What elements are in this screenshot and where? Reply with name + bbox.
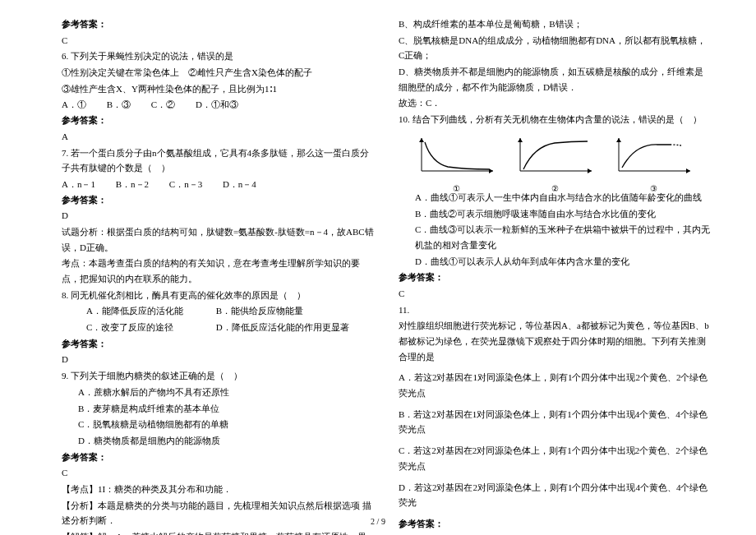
chart-3-label: ③ [612, 182, 694, 196]
q7-a: A．n－1 [62, 179, 95, 189]
q6-d: D．①和③ [196, 99, 238, 109]
q6-a: A．① [62, 99, 86, 109]
q11-head: 11. [399, 302, 711, 318]
svg-marker-1 [489, 168, 493, 173]
answer-heading: 参考答案： [62, 16, 374, 32]
curve-3-icon [612, 134, 694, 175]
q11-a: A．若这2对基因在1对同源染色体上，则有1个四分体中出现2个黄色、2个绿色荧光点 [399, 370, 711, 400]
q9-stem: 9. 下列关于细胞内糖类的叙述正确的是（ ） [62, 368, 374, 384]
q9-kaodian: 【考点】1I：糖类的种类及其分布和功能． [62, 482, 374, 497]
q8-stem: 8. 同无机催化剂相比，酶具有更高的催化效率的原因是（ ） [62, 288, 374, 303]
q11-c: C．若这2对基因在2对同源染色体上，则有1个四分体中出现2个黄色、2个绿色荧光点 [399, 443, 711, 473]
q8-c: C．改变了反应的途径 [86, 320, 214, 335]
r-d: D、糖类物质并不都是细胞内的能源物质，如五碳糖是核酸的成分，纤维素是细胞壁的成分… [399, 64, 711, 95]
q7-b: B．n－2 [116, 179, 149, 189]
svg-marker-9 [686, 168, 690, 173]
q11-d: D．若这2对基因在2对同源染色体上，则有1个四分体中出现4个黄色、4个绿色荧光 [399, 480, 711, 510]
chart-row: ① ② [399, 134, 711, 183]
q11-stem: 对性腺组织细胞进行荧光标记，等位基因A、a都被标记为黄色，等位基因B、b都被标记… [399, 318, 711, 364]
q10-stem: 10. 结合下列曲线，分析有关无机物在生物体内含量的说法，错误的是（ ） [399, 112, 711, 127]
answer-value: C [399, 286, 711, 302]
svg-marker-5 [588, 168, 592, 173]
answer-heading: 参考答案： [399, 516, 711, 532]
r-guxuan: 故选：C． [399, 95, 711, 111]
r-b: B、构成纤维素的基本单位是葡萄糖，B错误； [399, 16, 711, 32]
answer-value: D [62, 208, 374, 224]
q9-a: A．蔗糖水解后的产物均不具有还原性 [78, 385, 374, 400]
answer-heading: 参考答案： [62, 450, 374, 465]
q8-b: B．能供给反应物能量 [216, 306, 303, 316]
page-number: 2 / 9 [371, 514, 385, 528]
q10-c: C．曲线③可以表示一粒新鲜的玉米种子在烘箱中被烘干的过程中，其内无机盐的相对含量… [415, 222, 711, 252]
answer-heading: 参考答案： [62, 192, 374, 208]
q10-choices: A．曲线①可表示人一生中体内自由水与结合水的比值随年龄变化的曲线 B．曲线②可表… [399, 190, 711, 269]
left-column: 参考答案： C 6. 下列关于果蝇性别决定的说法，错误的是 ①性别决定关键在常染… [62, 16, 374, 535]
q8-a: A．能降低反应的活化能 [86, 303, 214, 319]
two-column-layout: 参考答案： C 6. 下列关于果蝇性别决定的说法，错误的是 ①性别决定关键在常染… [62, 16, 711, 535]
r-c: C、脱氧核糖是DNA的组成成分，动植物细胞都有DNA，所以都有脱氧核糖，C正确； [399, 33, 711, 63]
svg-marker-3 [419, 138, 424, 142]
q7-kaodian: 考点：本题考查蛋白质的结构的有关知识，意在考查考生理解所学知识的要点，把握知识的… [62, 256, 374, 286]
q6-choices: A．① B．③ C．② D．①和③ [62, 99, 256, 109]
chart-1: ① [415, 134, 497, 183]
answer-value: C [62, 465, 374, 481]
q7-c: C．n－3 [169, 179, 202, 189]
q6-b: B．③ [107, 99, 131, 109]
q7-d: D．n－4 [223, 179, 256, 189]
q9-b: B．麦芽糖是构成纤维素的基本单位 [78, 401, 374, 417]
q9-choices: A．蔗糖水解后的产物均不具有还原性 B．麦芽糖是构成纤维素的基本单位 C．脱氧核… [62, 385, 374, 449]
q6-sub2: ③雄性产生含X、Y两种性染色体的配子，且比例为1∶1 [62, 81, 374, 97]
q9-c: C．脱氧核糖是动植物细胞都有的单糖 [78, 417, 374, 432]
q7-analysis: 试题分析：根据蛋白质的结构可知，肽键数=氨基酸数-肽链数=n－4，故ABC错误，… [62, 224, 374, 255]
q7-stem: 7. 若一个蛋白质分子由n个氨基酸组成，它具有4条多肽链，那么这一蛋白质分子共有… [62, 145, 374, 176]
q8-d: D．降低反应活化能的作用更显著 [216, 322, 349, 332]
chart-3: ③ [612, 134, 694, 183]
q7-choices: A．n－1 B．n－2 C．n－3 D．n－4 [62, 179, 274, 189]
answer-value: B [399, 533, 711, 535]
chart-2-label: ② [514, 182, 596, 196]
q9-analysis: 【分析】本题是糖类的分类与功能的题目，先梳理相关知识点然后根据选项 描述分析判断… [62, 498, 374, 528]
q6-c: C．② [151, 99, 175, 109]
q9-jieda: 【解答】解：A、蔗糖水解后的产物是葡萄糖和果糖，葡萄糖具有还原性，果糖也具有还原… [62, 529, 374, 535]
q6-sub1: ①性别决定关键在常染色体上 ②雌性只产生含X染色体的配子 [62, 65, 374, 81]
answer-value: C [62, 33, 374, 48]
q10-b: B．曲线②可表示细胞呼吸速率随自由水与结合水比值的变化 [415, 206, 711, 222]
curve-2-icon [514, 134, 596, 175]
answer-value: A [62, 129, 374, 145]
chart-1-label: ① [415, 182, 497, 196]
q10-d: D．曲线①可以表示人从幼年到成年体内含水量的变化 [415, 254, 711, 270]
right-column: B、构成纤维素的基本单位是葡萄糖，B错误； C、脱氧核糖是DNA的组成成分，动植… [399, 16, 711, 535]
q11-b: B．若这2对基因在1对同源染色体上，则有1个四分体中出现4个黄色、4个绿色荧光点 [399, 407, 711, 437]
svg-marker-7 [518, 138, 523, 142]
q8-choices: A．能降低反应的活化能 B．能供给反应物能量 C．改变了反应的途径 D．降低反应… [62, 303, 374, 334]
chart-2: ② [514, 134, 596, 183]
answer-value: D [62, 352, 374, 367]
svg-marker-11 [616, 138, 621, 142]
curve-1-icon [415, 134, 497, 175]
q9-d: D．糖类物质都是细胞内的能源物质 [78, 433, 374, 449]
answer-heading: 参考答案： [62, 336, 374, 352]
q6-stem: 6. 下列关于果蝇性别决定的说法，错误的是 [62, 48, 374, 64]
answer-heading: 参考答案： [399, 270, 711, 285]
answer-heading: 参考答案： [62, 113, 374, 128]
